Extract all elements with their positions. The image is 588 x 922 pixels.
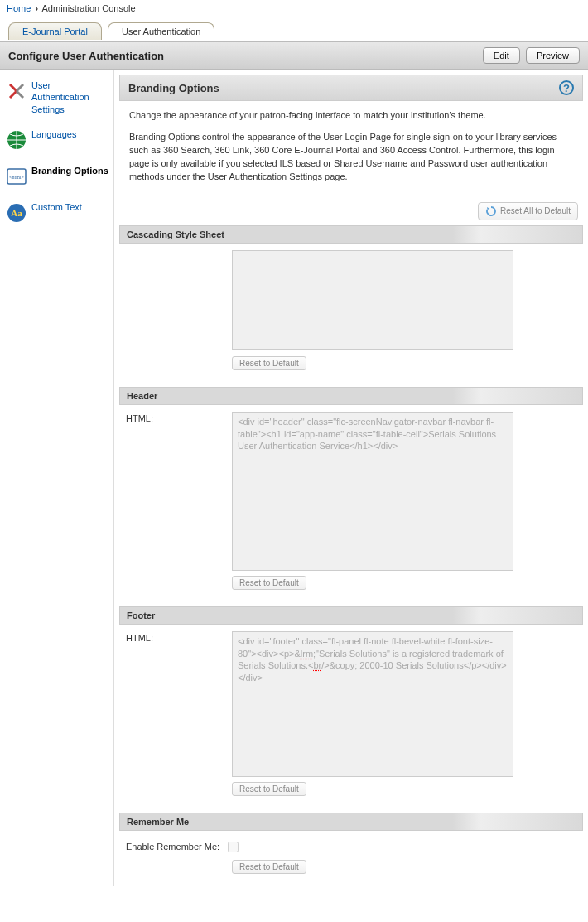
content: Branding Options ? Change the appearance… — [114, 70, 588, 886]
page-header: Configure User Authentication Edit Previ… — [0, 41, 588, 70]
chevron-right-icon: › — [35, 3, 38, 13]
text-icon: Aa — [5, 201, 28, 224]
remember-label: Enable Remember Me: — [126, 842, 219, 852]
remember-section-header: Remember Me — [119, 813, 583, 831]
reset-all-button[interactable]: Reset All to Default — [478, 202, 578, 220]
header-reset-button[interactable]: Reset to Default — [232, 576, 306, 590]
sidebar-item-label: Languages — [31, 128, 76, 140]
breadcrumb-home-link[interactable]: Home — [7, 3, 31, 13]
reset-all-label: Reset All to Default — [500, 206, 571, 215]
section-title: Branding Options — [128, 82, 219, 94]
html-icon: <html> — [5, 165, 28, 188]
css-textarea[interactable] — [232, 250, 513, 350]
header-actions: Edit Preview — [480, 47, 580, 64]
globe-icon — [5, 128, 28, 152]
intro-line-2: Branding Options control the appearance … — [129, 131, 573, 184]
tab-bar: E-Journal Portal User Authentication — [0, 22, 588, 41]
refresh-icon — [485, 205, 497, 217]
sidebar-item-label: Branding Options — [31, 165, 108, 176]
footer-html-label: HTML: — [126, 631, 232, 643]
svg-text:<html>: <html> — [9, 175, 24, 180]
sidebar-item-languages[interactable]: Languages — [3, 125, 110, 155]
tools-icon — [5, 80, 28, 103]
remember-checkbox[interactable] — [228, 842, 239, 852]
sidebar-item-auth-settings[interactable]: User Authentication Settings — [3, 76, 110, 118]
intro-line-1: Change the appearance of your patron-fac… — [129, 109, 573, 123]
sidebar-item-custom-text[interactable]: Aa Custom Text — [3, 198, 110, 228]
tab-ejournal-portal[interactable]: E-Journal Portal — [8, 22, 102, 40]
header-html-textarea[interactable]: <div id="header" class="flc-screenNaviga… — [232, 412, 513, 571]
intro-text: Change the appearance of your patron-fac… — [119, 101, 583, 200]
svg-text:Aa: Aa — [11, 208, 22, 218]
breadcrumb-current: Administration Console — [42, 3, 136, 13]
page-title: Configure User Authentication — [8, 50, 164, 62]
footer-html-textarea[interactable]: <div id="footer" class="fl-panel fl-note… — [232, 631, 513, 777]
edit-button[interactable]: Edit — [483, 47, 520, 64]
header-html-label: HTML: — [126, 412, 232, 423]
footer-reset-button[interactable]: Reset to Default — [232, 782, 306, 796]
header-section-header: Header — [119, 387, 583, 405]
sidebar-item-label: User Authentication Settings — [31, 80, 108, 115]
breadcrumb: Home › Administration Console — [0, 0, 588, 17]
section-header: Branding Options ? — [119, 75, 583, 101]
footer-section-header: Footer — [119, 606, 583, 625]
remember-reset-button[interactable]: Reset to Default — [232, 860, 306, 874]
sidebar-item-branding-options[interactable]: <html> Branding Options — [3, 162, 110, 191]
css-reset-button[interactable]: Reset to Default — [232, 356, 306, 370]
help-icon[interactable]: ? — [559, 80, 574, 95]
tab-user-authentication[interactable]: User Authentication — [108, 22, 214, 41]
css-section-header: Cascading Style Sheet — [119, 225, 583, 244]
sidebar-item-label: Custom Text — [31, 201, 82, 213]
sidebar: User Authentication Settings Languages <… — [0, 70, 114, 886]
preview-button[interactable]: Preview — [526, 47, 580, 64]
